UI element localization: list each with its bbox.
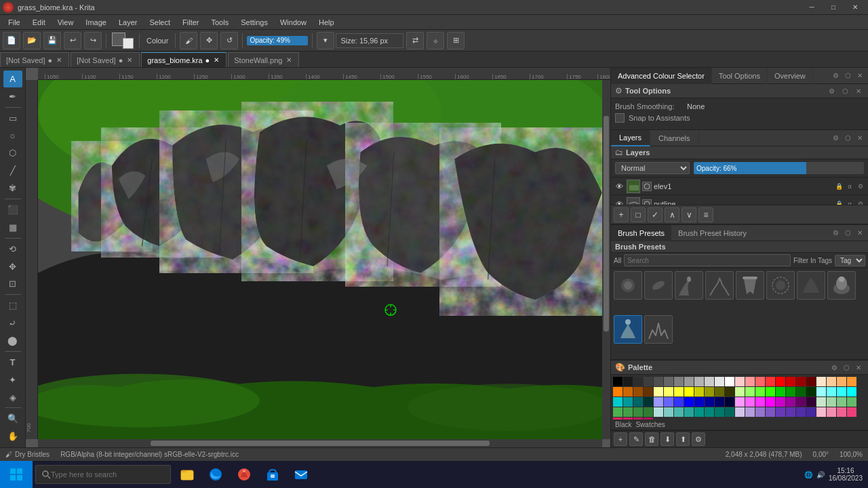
palette-color-cell[interactable] (816, 397, 826, 407)
color-selector[interactable] (111, 31, 135, 50)
menu-window[interactable]: Window (275, 17, 312, 28)
tool-polyline[interactable]: ╱ (3, 162, 22, 179)
palette-edit-btn[interactable]: ✎ (629, 432, 643, 446)
palette-color-cell[interactable] (613, 397, 623, 407)
palette-color-cell[interactable] (644, 407, 653, 417)
palette-color-cell[interactable] (705, 387, 714, 396)
tool-options-float[interactable]: ⬡ (840, 85, 850, 96)
tool-gradient[interactable]: ▦ (3, 219, 22, 236)
tool-text[interactable]: T (3, 354, 22, 371)
snap-assistants-checkbox[interactable] (615, 113, 625, 123)
palette-color-cell[interactable] (684, 407, 694, 417)
tab-close-4[interactable]: ✕ (285, 56, 293, 64)
palette-color-cell[interactable] (796, 397, 806, 407)
palette-color-cell[interactable] (837, 387, 846, 396)
palette-color-cell[interactable] (623, 407, 633, 417)
blend-mode-dropdown[interactable]: Normal Multiply Screen Overlay (615, 162, 690, 174)
palette-color-cell[interactable] (674, 377, 684, 386)
palette-color-cell[interactable] (786, 377, 795, 386)
palette-color-cell[interactable] (633, 377, 643, 386)
taskbar-search-box[interactable] (35, 465, 171, 484)
palette-color-cell[interactable] (735, 377, 745, 386)
layer-alpha-outline[interactable]: α (845, 199, 854, 205)
palette-color-cell[interactable] (623, 397, 633, 407)
palette-color-cell[interactable] (827, 387, 836, 396)
wrap-btn[interactable]: ⟐ (427, 32, 444, 49)
tool-select-rect[interactable]: ⬚ (3, 297, 22, 314)
menu-select[interactable]: Select (144, 17, 176, 28)
palette-color-cell[interactable] (715, 407, 724, 417)
panel-top-float[interactable]: ⬡ (842, 70, 853, 81)
layer-filter-elev1[interactable]: ⚙ (856, 182, 865, 191)
tool-polygon[interactable]: ⬡ (3, 144, 22, 161)
palette-color-cell[interactable] (705, 397, 714, 407)
palette-color-cell[interactable] (776, 397, 785, 407)
palette-color-cell[interactable] (837, 377, 846, 386)
brush-preset-1[interactable] (614, 271, 642, 300)
scrollbar-horizontal[interactable] (38, 439, 602, 447)
tool-options-config[interactable]: ⚙ (826, 85, 837, 96)
tool-calligraphy[interactable]: ✒ (3, 88, 22, 105)
bp-float[interactable]: ⬡ (842, 228, 853, 239)
layer-more-button[interactable]: ≡ (698, 207, 713, 222)
opacity-control[interactable]: Opacity: 49% (247, 36, 308, 45)
bp-config[interactable]: ⚙ (830, 228, 841, 239)
palette-color-cell[interactable] (816, 387, 826, 396)
palette-color-cell[interactable] (837, 397, 846, 407)
layer-move-down-button[interactable]: ∨ (682, 207, 696, 222)
palette-color-cell[interactable] (725, 397, 734, 407)
tool-ellipse[interactable]: ○ (3, 127, 22, 144)
palette-color-cell[interactable] (623, 387, 633, 396)
tab-close-3[interactable]: ✕ (212, 56, 220, 64)
palette-color-cell[interactable] (735, 387, 745, 396)
background-color[interactable] (123, 38, 134, 49)
palette-color-cell[interactable] (735, 397, 745, 407)
palette-color-cell[interactable] (755, 377, 765, 386)
start-button[interactable] (0, 461, 33, 488)
palette-color-cell[interactable] (766, 387, 775, 396)
tool-crop[interactable]: ⊡ (3, 275, 22, 292)
menu-image[interactable]: Image (80, 17, 112, 28)
palette-color-cell[interactable] (827, 407, 836, 417)
menu-help[interactable]: Help (313, 17, 340, 28)
palette-color-cell[interactable] (694, 377, 704, 386)
palette-color-cell[interactable] (633, 407, 643, 417)
size-dropdown-btn[interactable]: ▾ (317, 32, 334, 49)
menu-filter[interactable]: Filter (177, 17, 204, 28)
palette-color-cell[interactable] (613, 387, 623, 396)
palette-color-cell[interactable] (664, 397, 673, 407)
palette-color-cell[interactable] (776, 407, 785, 417)
palette-color-cell[interactable] (827, 397, 836, 407)
palette-color-cell[interactable] (725, 377, 734, 386)
bp-close[interactable]: ✕ (854, 228, 865, 239)
palette-color-cell[interactable] (715, 377, 724, 386)
palette-config[interactable]: ⚙ (829, 362, 840, 373)
move-tool-btn[interactable]: ✥ (200, 32, 218, 49)
mirror-h-btn[interactable]: ⇄ (406, 32, 424, 49)
tool-path[interactable]: ✾ (3, 180, 22, 197)
ltab-channels[interactable]: Channels (650, 130, 698, 146)
tab-stonewall[interactable]: StoneWall.png ✕ (228, 52, 299, 67)
palette-color-cell[interactable] (827, 377, 836, 386)
brush-tool-btn[interactable]: 🖌 (180, 32, 197, 49)
palette-add-btn[interactable]: + (614, 432, 627, 446)
menu-file[interactable]: File (3, 17, 26, 28)
canvas-viewport[interactable] (38, 80, 602, 439)
save-button[interactable]: 💾 (43, 32, 61, 49)
palette-color-cell[interactable] (796, 407, 806, 417)
layer-item-elev1[interactable]: 👁 elev1 🔒 α ⚙ (611, 178, 868, 195)
palette-color-cell[interactable] (786, 387, 795, 396)
layers-float[interactable]: ⬡ (842, 133, 853, 144)
palette-color-cell[interactable] (796, 387, 806, 396)
layer-add-button[interactable]: + (614, 207, 629, 222)
menu-view[interactable]: View (52, 17, 79, 28)
scrollbar-vertical[interactable] (602, 80, 610, 439)
size-display[interactable]: Size: 15,96 px (336, 33, 403, 48)
tab-close-1[interactable]: ✕ (55, 56, 63, 64)
palette-color-cell[interactable] (847, 407, 856, 417)
bptab-history[interactable]: Brush Preset History (671, 225, 753, 241)
palette-color-cell[interactable] (613, 407, 623, 417)
palette-color-cell[interactable] (735, 407, 745, 417)
palette-color-cell[interactable] (623, 377, 633, 386)
palette-color-cell[interactable] (766, 377, 775, 386)
